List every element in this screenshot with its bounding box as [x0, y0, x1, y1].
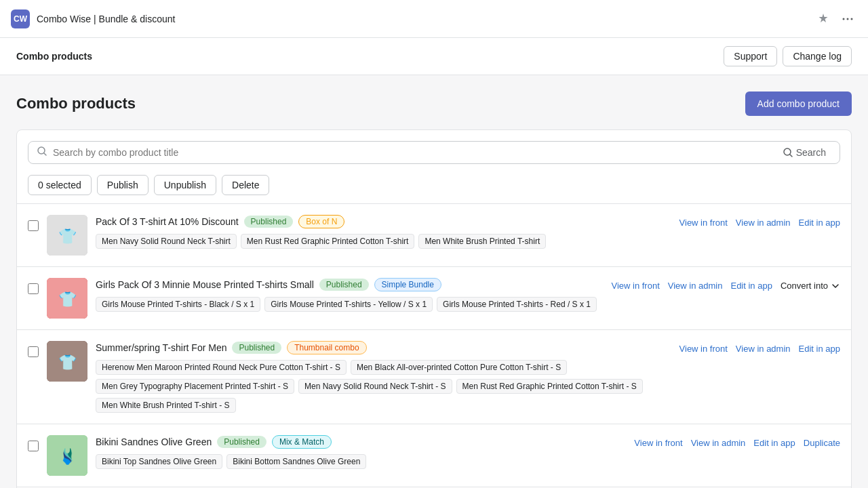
variant-tag: Herenow Men Maroon Printed Round Neck Pu… — [96, 360, 347, 375]
svg-point-0 — [843, 18, 845, 20]
variant-tag: Men Grey Typography Placement Printed T-… — [96, 379, 294, 394]
duplicate-button[interactable]: Duplicate — [804, 438, 840, 448]
svg-text:👕: 👕 — [58, 227, 77, 245]
selected-count-button[interactable]: 0 selected — [28, 175, 92, 195]
product-info: Summer/spring T-shirt For Men Published … — [96, 341, 671, 413]
view-in-front-link[interactable]: View in front — [634, 438, 682, 448]
variant-list: Men Navy Solid Round Neck T-shirtMen Rus… — [96, 234, 671, 249]
svg-text:👕: 👕 — [58, 353, 77, 371]
app-logo: CW — [11, 9, 30, 28]
table-row: 👕 Pack Of 3 T-shirt At 10% Discount Publ… — [17, 203, 851, 266]
search-input[interactable] — [53, 142, 777, 163]
variant-tag: Men Rust Red Graphic Printed Cotton T-sh… — [456, 379, 643, 394]
product-header: Pack Of 3 T-shirt At 10% Discount Publis… — [96, 215, 671, 228]
publish-button[interactable]: Publish — [97, 175, 149, 195]
product-image: 👕 — [47, 278, 87, 319]
product-title: Pack Of 3 T-shirt At 10% Discount — [96, 216, 239, 227]
add-combo-product-button[interactable]: Add combo product — [745, 92, 852, 116]
unpublish-button[interactable]: Unpublish — [154, 175, 216, 195]
edit-in-app-link[interactable]: Edit in app — [799, 218, 840, 228]
status-badge: Published — [319, 279, 369, 291]
table-row: 👕 Summer/spring T-shirt For Men Publishe… — [17, 329, 851, 424]
status-badge: Published — [217, 436, 267, 448]
variant-tag: Girls Mouse Printed T-shirts - Yellow / … — [264, 297, 433, 312]
edit-in-app-link[interactable]: Edit in app — [730, 281, 772, 291]
product-actions: View in frontView in adminEdit in app Co… — [611, 281, 840, 291]
top-bar-icons — [814, 9, 857, 28]
product-header: Girls Pack Of 3 Minnie Mouse Printed T-s… — [96, 278, 603, 291]
product-title: Bikini Sandnes Olive Green — [96, 436, 212, 447]
variant-tag: Men Black All-over-printed Cotton Pure C… — [351, 360, 567, 375]
top-bar: CW Combo Wise | Bundle & discount — [0, 0, 868, 38]
type-badge: Simple Bundle — [374, 278, 441, 291]
status-badge: Published — [232, 342, 281, 354]
svg-text:🩱: 🩱 — [58, 447, 77, 466]
product-info: Pack Of 3 T-shirt At 10% Discount Publis… — [96, 215, 671, 249]
variant-tag: Men Rust Red Graphic Printed Cotton T-sh… — [241, 234, 415, 249]
product-header: Bikini Sandnes Olive Green Published Mix… — [96, 435, 626, 449]
more-icon[interactable] — [838, 9, 857, 28]
product-info: Girls Pack Of 3 Minnie Mouse Printed T-s… — [96, 278, 603, 312]
type-badge: Thumbnail combo — [287, 341, 366, 354]
product-title: Girls Pack Of 3 Minnie Mouse Printed T-s… — [96, 279, 314, 290]
view-in-admin-link[interactable]: View in admin — [736, 218, 791, 228]
variant-tag: Men Navy Solid Round Neck T-shirt - S — [298, 379, 452, 394]
variant-tag: Girls Mouse Printed T-shirts - Red / S x… — [437, 297, 597, 312]
table-row: 👕 Girls Pack Of 3 Minnie Mouse Printed T… — [17, 266, 851, 329]
products-card: Search 0 selected Publish Unpublish Dele… — [16, 129, 852, 488]
type-badge: Mix & Match — [272, 435, 332, 449]
main-content: Combo products Add combo product Search — [0, 75, 868, 488]
row-checkbox-4[interactable] — [28, 441, 39, 451]
product-actions: View in frontView in adminEdit in app Du… — [634, 438, 840, 448]
product-info: Bikini Sandnes Olive Green Published Mix… — [96, 435, 626, 469]
search-icon — [37, 146, 47, 159]
support-button[interactable]: Support — [724, 46, 777, 66]
convert-into-button[interactable]: Convert into — [781, 281, 840, 291]
view-in-admin-link[interactable]: View in admin — [668, 281, 723, 291]
view-in-admin-link[interactable]: View in admin — [691, 438, 746, 448]
view-in-front-link[interactable]: View in front — [679, 218, 728, 228]
svg-point-1 — [847, 18, 849, 20]
product-title: Summer/spring T-shirt For Men — [96, 342, 226, 353]
table-row: 🩱 Bikini Sandnes Olive Green Published M… — [17, 424, 851, 487]
variant-list: Girls Mouse Printed T-shirts - Black / S… — [96, 297, 603, 312]
product-image: 🩱 — [47, 435, 87, 476]
variant-tag: Girls Mouse Printed T-shirts - Black / S… — [96, 297, 260, 312]
svg-point-2 — [851, 18, 853, 20]
variant-tag: Bikini Top Sandnes Olive Green — [96, 454, 222, 469]
view-in-front-link[interactable]: View in front — [611, 281, 659, 291]
product-header: Summer/spring T-shirt For Men Published … — [96, 341, 671, 354]
product-actions: View in frontView in adminEdit in app — [679, 344, 840, 354]
change-log-button[interactable]: Change log — [783, 46, 852, 66]
content-header: Combo products Add combo product — [16, 92, 852, 116]
svg-text:👕: 👕 — [58, 290, 77, 308]
variant-tag: Men White Brush Printed T-shirt — [418, 234, 546, 249]
search-bar: Search — [28, 141, 840, 164]
page-header-title: Combo products — [16, 51, 92, 62]
variant-tag: Men Navy Solid Round Neck T-shirt — [96, 234, 237, 249]
variant-tag: Bikini Bottom Sandnes Olive Green — [226, 454, 366, 469]
edit-in-app-link[interactable]: Edit in app — [753, 438, 795, 448]
product-image: 👕 — [47, 215, 87, 256]
toolbar: 0 selected Publish Unpublish Delete — [17, 175, 851, 203]
delete-button[interactable]: Delete — [222, 175, 269, 195]
product-actions: View in frontView in adminEdit in app — [679, 218, 840, 228]
edit-in-app-link[interactable]: Edit in app — [799, 344, 840, 354]
row-checkbox-3[interactable] — [28, 346, 39, 357]
page-header: Combo products Support Change log — [0, 38, 868, 75]
row-checkbox-2[interactable] — [28, 283, 39, 294]
variant-list: Bikini Top Sandnes Olive GreenBikini Bot… — [96, 454, 626, 469]
page-header-actions: Support Change log — [724, 46, 852, 66]
status-badge: Published — [244, 216, 294, 228]
view-in-front-link[interactable]: View in front — [679, 344, 728, 354]
page-title: Combo products — [16, 95, 136, 113]
variant-list: Herenow Men Maroon Printed Round Neck Pu… — [96, 360, 671, 413]
product-image: 👕 — [47, 341, 87, 382]
product-list: 👕 Pack Of 3 T-shirt At 10% Discount Publ… — [17, 203, 851, 487]
view-in-admin-link[interactable]: View in admin — [736, 344, 791, 354]
app-name: Combo Wise | Bundle & discount — [37, 14, 814, 24]
pin-icon[interactable] — [814, 9, 833, 28]
row-checkbox-1[interactable] — [28, 220, 39, 231]
search-button[interactable]: Search — [777, 144, 831, 161]
variant-tag: Men White Brush Printed T-shirt - S — [96, 398, 236, 413]
